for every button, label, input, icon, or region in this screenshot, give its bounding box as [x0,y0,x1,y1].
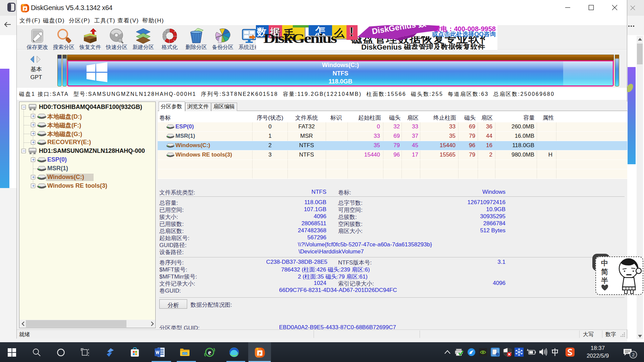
svg-text:2: 2 [632,352,634,357]
svg-text:e: e [208,349,211,356]
